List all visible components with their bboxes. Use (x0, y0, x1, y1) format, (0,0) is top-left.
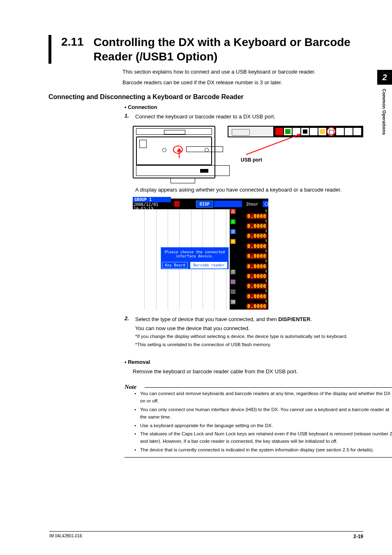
toolbar-strip (214, 201, 242, 207)
channel-readouts: 1V0.00002V0.00003V0.00004V0.0000V0.0000V… (230, 209, 268, 310)
barcode-reader-button[interactable]: Barcode reader (190, 262, 227, 268)
channel-row: 10V0.0000 (230, 300, 268, 310)
channel-tag (231, 280, 235, 284)
step-2-sub: You can now use the device that you conn… (135, 324, 363, 333)
channel-tag: 10 (231, 300, 235, 304)
channel-tag: 3 (231, 229, 235, 234)
after-image-text: A display appears asking whether you hav… (135, 186, 363, 194)
channel-tag (231, 250, 235, 254)
channel-unit: V (265, 270, 267, 273)
channel-row: 4V0.0000 (230, 239, 268, 249)
channel-unit: V (265, 239, 267, 243)
group-label: GROUP 1 (133, 197, 171, 202)
device-select-dialog: Please choose the connected interface de… (161, 247, 229, 269)
channel-value: 0.0000 (247, 273, 267, 279)
chapter-number: 2 (377, 70, 392, 85)
step-1: 1. Connect the keyboard or barcode reade… (125, 113, 363, 121)
step-2: 2. Select the type of device that you ha… (125, 315, 363, 324)
removal-heading: Removal (125, 359, 363, 365)
camera-icon (263, 201, 268, 207)
note-item: Use a keyboard appropriate for the langu… (133, 422, 392, 430)
note-item: You can connect and remove keyboards and… (133, 390, 392, 405)
intro-line-1: This section explains how to connect and… (122, 68, 363, 76)
footer-left: IM 04L42B01-01E (49, 534, 83, 539)
channel-row: V0.0000 (230, 289, 268, 299)
page-footer: IM 04L42B01-01E 2-19 (49, 531, 363, 539)
section-title: Controlling the DX with a Keyboard or Ba… (94, 35, 363, 64)
keyboard-button[interactable]: Key Board (162, 262, 188, 268)
channel-tag: 4 (231, 239, 235, 244)
section-header: 2.11 Controlling the DX with a Keyboard … (48, 35, 363, 64)
recorder-screenshot: GROUP 1 2008/12/01 10:52:13 DISP 1hour 2… (133, 199, 363, 310)
dialog-text-1: Please choose the connected (161, 250, 228, 254)
status-icon (344, 127, 353, 136)
channel-unit: V (265, 289, 267, 293)
dx-front-illustration (133, 126, 215, 178)
channel-tag (231, 289, 235, 294)
step-number: 2. (125, 315, 135, 324)
usb-port-label: USB port (241, 157, 363, 163)
channel-tag: 2 (231, 220, 235, 224)
channel-unit: V (265, 280, 267, 283)
alarm-icon (174, 201, 180, 207)
channel-value: 0.0000 (247, 243, 267, 249)
status-icon (353, 127, 362, 136)
removal-text: Remove the keyboard or barcode reader ca… (133, 368, 363, 376)
channel-value: 0.0000 (247, 294, 267, 299)
intro-line-2: Barcode readers can be used if the DX re… (122, 79, 363, 87)
channel-unit: V (265, 220, 267, 223)
channel-row: 7V0.0000 (230, 270, 268, 280)
channel-value: 0.0000 (247, 283, 267, 289)
channel-tag: 7 (231, 270, 235, 274)
step-text: Select the type of device that you have … (135, 315, 312, 324)
title-bar (48, 35, 51, 64)
chapter-tab: 2 Common Operations (377, 70, 392, 135)
note-rule-bottom (125, 457, 392, 458)
channel-row: 1V0.0000 (230, 209, 268, 219)
channel-value: 0.0000 (247, 233, 267, 239)
step-2-note-2: *This setting is unrelated to the connec… (135, 341, 363, 348)
channel-row: V0.0000 (230, 259, 268, 269)
note-list: You can connect and remove keyboards and… (133, 390, 392, 454)
svg-marker-1 (297, 134, 301, 138)
callout-arrow-icon (224, 127, 330, 155)
channel-row: 3V0.0000 (230, 229, 268, 239)
channel-unit: V (265, 209, 267, 213)
channel-value: 0.0000 (247, 253, 267, 259)
channel-row: 2V0.0000 (230, 220, 268, 229)
step-number: 1. (125, 113, 135, 121)
subsection-heading: Connecting and Disconnecting a Keyboard … (48, 93, 363, 101)
channel-unit: V (265, 300, 267, 303)
time-scale: 1hour (246, 202, 258, 206)
disp-button[interactable]: DISP (196, 201, 213, 208)
device-illustration: USB port (133, 126, 363, 178)
channel-value: 0.0000 (247, 213, 267, 219)
channel-value: 0.0000 (247, 303, 267, 309)
channel-unit: V (265, 229, 267, 233)
step-text: Connect the keyboard or barcode reader t… (135, 113, 275, 121)
channel-unit: V (265, 250, 267, 253)
connection-heading: Connection (125, 104, 363, 110)
channel-tag: 1 (231, 209, 235, 214)
channel-value: 0.0000 (247, 264, 267, 269)
footer-right: 2-19 (353, 534, 363, 539)
channel-row: V0.0000 (230, 250, 268, 259)
channel-unit: V (265, 259, 267, 263)
step-2-note-1: *If you change the display without selec… (135, 333, 363, 340)
status-icon (336, 127, 344, 136)
note-rule-top (145, 387, 392, 388)
note-item: The statuses of the Caps Lock and Num Lo… (133, 430, 392, 445)
channel-value: 0.0000 (247, 223, 267, 229)
note-item: The device that is currently connected i… (133, 446, 392, 454)
page: 2 Common Operations 2.11 Controlling the… (0, 0, 392, 555)
note-item: You can only connect one human interface… (133, 406, 392, 421)
chapter-label: Common Operations (377, 85, 387, 135)
channel-row: V0.0000 (230, 280, 268, 289)
section-number: 2.11 (61, 35, 84, 49)
channel-tag (231, 259, 235, 264)
dialog-text-2: interface device. (161, 254, 228, 258)
svg-line-0 (246, 134, 301, 155)
